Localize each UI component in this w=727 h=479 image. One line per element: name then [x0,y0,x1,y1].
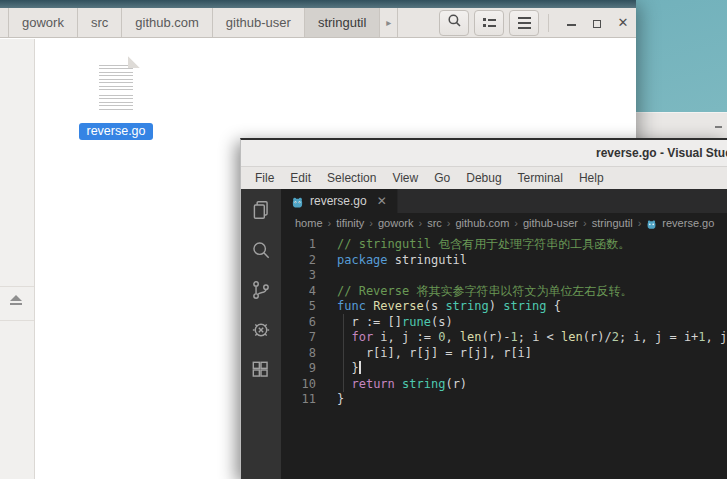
list-view-icon [483,18,496,27]
menu-terminal[interactable]: Terminal [510,167,571,189]
line-number[interactable]: 1 [281,237,316,253]
code-line[interactable]: 8 r[i], r[j] = r[j], r[i] [281,346,727,362]
menu-button[interactable] [509,10,539,36]
file-manager-top-strip [0,0,636,8]
background-window-edge[interactable] [635,112,727,138]
code-lines: 1// stringutil 包含有用于处理字符串的工具函数。2package … [281,237,727,408]
search-icon [447,13,462,32]
explorer-icon[interactable] [250,199,272,221]
breadcrumb-item-reverse-go[interactable]: reverse.go [662,217,714,229]
code-line[interactable]: 10 return string(r) [281,377,727,393]
breadcrumb-item-gowork[interactable]: gowork [378,217,413,229]
line-number[interactable]: 4 [281,284,316,300]
go-gopher-icon [291,196,304,209]
code-line[interactable]: 5func Reverse(s string) string { [281,299,727,315]
code-editor[interactable]: 1// stringutil 包含有用于处理字符串的工具函数。2package … [281,233,727,479]
menu-go[interactable]: Go [426,167,458,189]
editor-area: reverse.go ✕ home › tifinity › gowork › … [281,189,727,479]
background-minimize-icon [715,126,722,128]
breadcrumb-item-github-com[interactable]: github.com [455,217,509,229]
menu-view[interactable]: View [384,167,426,189]
file-name-label: reverse.go [79,123,152,140]
editor-tab-label: reverse.go [310,194,367,208]
close-button[interactable]: ✕ [610,10,636,36]
search-button[interactable] [439,10,469,36]
breadcrumb-item-stringutil[interactable]: stringutil [592,217,633,229]
vscode-menu-bar: File Edit Selection View Go Debug Termin… [241,166,727,189]
editor-tab-reverse-go[interactable]: reverse.go ✕ [281,189,398,213]
line-number[interactable]: 11 [281,392,316,408]
vscode-window: reverse.go - Visual Studi File Edit Sele… [240,138,727,479]
line-number[interactable]: 6 [281,315,316,331]
breadcrumb: home › tifinity › gowork › src › github.… [281,213,727,233]
extensions-icon[interactable] [250,359,272,381]
code-line[interactable]: 2package stringutil [281,253,727,269]
tab-close-icon[interactable]: ✕ [377,194,387,208]
line-number[interactable]: 9 [281,361,316,377]
close-icon: ✕ [618,15,629,30]
desktop: { "desktop": { "wallpaper_color": "#7cb8… [0,0,727,479]
code-line[interactable]: 11} [281,392,727,408]
sidebar-divider [0,320,34,321]
hamburger-icon [518,17,531,29]
code-line[interactable]: 7 for i, j := 0, len(r)-1; i < len(r)/2;… [281,330,727,346]
code-line[interactable]: 1// stringutil 包含有用于处理字符串的工具函数。 [281,237,727,253]
line-number[interactable]: 8 [281,346,316,362]
menu-edit[interactable]: Edit [282,167,319,189]
editor-tab-strip: reverse.go ✕ [281,189,727,213]
file-item-reverse-go[interactable]: reverse.go [73,56,159,140]
breadcrumb-item-tifinity[interactable]: tifinity [336,217,364,229]
fm-tab-src[interactable]: src [78,8,122,37]
breadcrumb-item-github-user[interactable]: github-user [523,217,578,229]
vscode-title-bar[interactable]: reverse.go - Visual Studi [241,140,727,166]
maximize-icon [593,20,601,28]
maximize-button[interactable] [584,14,610,32]
toolbar-separator [548,14,549,32]
fm-tab-github-user[interactable]: github-user [213,8,305,37]
text-file-icon [92,56,140,117]
page-fold [128,56,140,68]
source-control-icon[interactable] [250,279,272,301]
eject-button[interactable] [10,295,22,305]
line-number[interactable]: 10 [281,377,316,393]
text-cursor [359,361,361,374]
menu-help[interactable]: Help [571,167,612,189]
code-line[interactable]: 6 r := []rune(s) [281,315,727,331]
menu-selection[interactable]: Selection [319,167,384,189]
sidebar-divider [0,286,34,287]
file-manager-tab-bar: gowork src github.com github-user string… [0,8,636,38]
line-number[interactable]: 7 [281,330,316,346]
line-number[interactable]: 2 [281,253,316,269]
go-gopher-icon [646,219,657,230]
line-number[interactable]: 5 [281,299,316,315]
fm-tab-github-com[interactable]: github.com [122,8,213,37]
code-line[interactable]: 4// Reverse 将其实参字符串以符文为单位左右反转。 [281,284,727,300]
code-line[interactable]: 3 [281,268,727,284]
menu-file[interactable]: File [247,167,282,189]
line-number[interactable]: 3 [281,268,316,284]
places-sidebar [0,39,35,479]
code-line[interactable]: 9 } [281,361,727,377]
indent-guide [343,314,344,392]
minimize-icon [567,24,576,26]
breadcrumb-item-home[interactable]: home [295,217,323,229]
minimize-button[interactable] [558,14,584,32]
breadcrumb-item-src[interactable]: src [427,217,442,229]
view-toggle-button[interactable] [474,10,504,36]
fm-tab-stringutil[interactable]: stringutil [305,8,380,37]
eject-icon [10,295,22,301]
fm-tab-gowork[interactable]: gowork [8,8,78,37]
debug-icon[interactable] [250,319,272,341]
menu-debug[interactable]: Debug [458,167,509,189]
tab-overflow-arrow-icon[interactable]: ▸ [380,8,398,37]
search-icon[interactable] [250,239,272,261]
activity-bar [241,189,281,479]
window-title: reverse.go - Visual Studi [596,140,727,166]
